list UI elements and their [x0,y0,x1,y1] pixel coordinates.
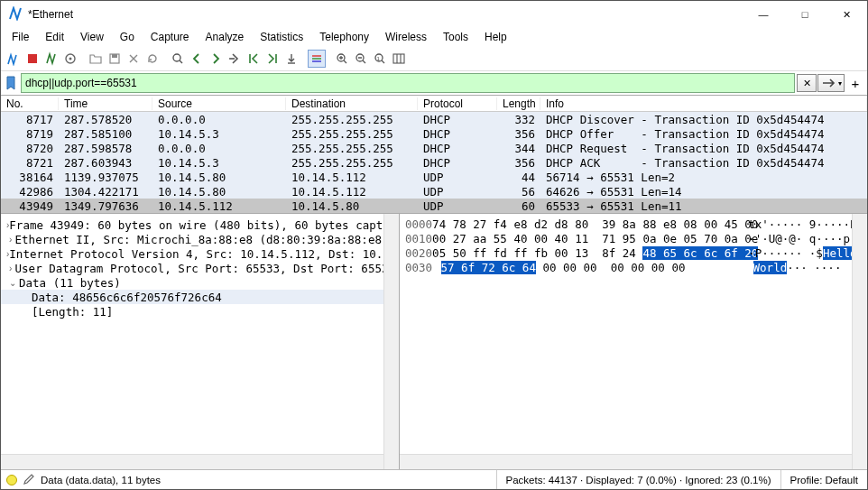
zoom-out-icon[interactable] [352,50,370,68]
col-length[interactable]: Length [497,97,540,110]
menu-help[interactable]: Help [477,29,514,45]
packet-details-pane[interactable]: ›Frame 43949: 60 bytes on wire (480 bits… [1,214,400,469]
filter-bar: ✕ ▾ + [1,71,867,95]
scrollbar-vertical[interactable] [852,214,867,469]
close-button[interactable]: ✕ [826,1,867,28]
hex-row[interactable]: 000074 78 27 f4 e8 d2 d8 80 39 8a 88 e8 … [405,217,862,232]
auto-scroll-icon[interactable] [282,50,300,68]
packet-row[interactable]: 429861304.42217110.14.5.8010.14.5.112UDP… [1,184,867,199]
detail-data[interactable]: ⌄Data (11 bytes) [1,275,399,290]
col-info[interactable]: Info [540,97,867,110]
resize-columns-icon[interactable] [390,50,408,68]
col-protocol[interactable]: Protocol [418,97,497,110]
packet-row[interactable]: 8720287.5985780.0.0.0255.255.255.255DHCP… [1,141,867,155]
collapse-icon[interactable]: ⌄ [6,278,19,288]
hex-row[interactable]: 003057 6f 72 6c 64 00 00 00 00 00 00 00W… [405,261,862,275]
svg-point-5 [173,54,180,61]
status-packet-counts: Packets: 44137 · Displayed: 7 (0.0%) · I… [496,470,780,489]
go-to-packet-icon[interactable] [226,50,244,68]
scrollbar-vertical[interactable] [383,214,399,469]
col-time[interactable]: Time [59,97,152,110]
col-source[interactable]: Source [152,97,286,110]
status-field-info: Data (data.data), 11 bytes [41,475,161,485]
app-icon [8,6,23,23]
svg-rect-4 [112,54,117,58]
packet-row[interactable]: 8721287.60394310.14.5.3255.255.255.255DH… [1,155,867,170]
menu-view[interactable]: View [73,29,111,45]
detail-data-hex[interactable]: Data: 48656c6c6f20576f726c64 [1,290,399,304]
stop-capture-icon[interactable] [23,50,42,68]
go-last-icon[interactable] [263,50,282,68]
scrollbar-horizontal[interactable] [1,454,383,469]
edit-icon[interactable] [23,473,35,487]
start-capture-icon[interactable] [5,50,23,68]
find-packet-icon[interactable] [169,50,187,68]
go-forward-icon[interactable] [207,50,225,68]
expand-icon[interactable]: › [6,235,15,245]
svg-point-2 [69,57,72,60]
svg-text:1: 1 [377,55,381,60]
colorize-icon[interactable] [308,50,326,68]
minimize-button[interactable]: — [743,1,784,28]
menu-wireless[interactable]: Wireless [378,29,434,45]
packet-row[interactable]: 381641139.93707510.14.5.8010.14.5.112UDP… [1,170,867,184]
menu-go[interactable]: Go [113,29,142,45]
restart-capture-icon[interactable] [42,50,60,68]
status-profile[interactable]: Profile: Default [780,470,867,489]
col-no[interactable]: No. [1,97,59,110]
toolbar: 1 [1,46,867,71]
reload-icon[interactable] [143,50,162,68]
detail-ip[interactable]: ›Internet Protocol Version 4, Src: 10.14… [1,246,399,261]
save-file-icon[interactable] [106,50,124,68]
window-title: *Ethernet [28,8,743,21]
packet-row[interactable]: 8717287.5785200.0.0.0255.255.255.255DHCP… [1,112,867,126]
open-file-icon[interactable] [87,50,105,68]
bookmark-icon[interactable] [3,74,19,92]
col-destination[interactable]: Destination [286,97,418,110]
menu-file[interactable]: File [5,29,36,45]
zoom-reset-icon[interactable]: 1 [371,50,389,68]
svg-rect-0 [28,54,37,63]
detail-ethernet[interactable]: ›Ethernet II, Src: Microchi_8a:88:e8 (d8… [1,232,399,246]
menu-tools[interactable]: Tools [436,29,476,45]
apply-filter-button[interactable]: ▾ [817,74,845,92]
menu-telephony[interactable]: Telephony [312,29,376,45]
menu-edit[interactable]: Edit [38,29,71,45]
menu-capture[interactable]: Capture [143,29,197,45]
detail-frame[interactable]: ›Frame 43949: 60 bytes on wire (480 bits… [1,217,399,232]
add-filter-button[interactable]: + [845,74,865,92]
menu-analyze[interactable]: Analyze [199,29,252,45]
hex-row[interactable]: 002005 50 ff fd ff fb 00 13 8f 24 48 65 … [405,246,862,261]
statusbar: Data (data.data), 11 bytes Packets: 4413… [1,469,867,489]
hex-row[interactable]: 001000 27 aa 55 40 00 40 11 71 95 0a 0e … [405,232,862,246]
svg-rect-8 [312,60,321,62]
go-back-icon[interactable] [188,50,206,68]
packet-bytes-pane[interactable]: 000074 78 27 f4 e8 d2 d8 80 39 8a 88 e8 … [400,214,867,469]
maximize-button[interactable]: □ [784,1,826,28]
close-file-icon[interactable] [125,50,143,68]
packet-row[interactable]: 8719287.58510010.14.5.3255.255.255.255DH… [1,126,867,141]
detail-udp[interactable]: ›User Datagram Protocol, Src Port: 65533… [1,261,399,275]
titlebar: *Ethernet — □ ✕ [1,1,867,28]
capture-options-icon[interactable] [61,50,79,68]
zoom-in-icon[interactable] [333,50,351,68]
packet-list[interactable]: No. Time Source Destination Protocol Len… [1,95,867,214]
expert-info-icon[interactable] [6,475,17,485]
go-first-icon[interactable] [245,50,263,68]
packet-list-header[interactable]: No. Time Source Destination Protocol Len… [1,96,867,112]
packet-row[interactable]: 439491349.79763610.14.5.11210.14.5.80UDP… [1,199,867,213]
expand-icon[interactable]: › [6,263,15,273]
detail-data-length[interactable]: [Length: 11] [1,304,399,319]
display-filter-input[interactable] [21,73,795,93]
menubar: File Edit View Go Capture Analyze Statis… [1,28,867,46]
svg-rect-13 [393,54,404,63]
scrollbar-horizontal[interactable] [400,454,852,469]
svg-rect-7 [312,58,321,60]
menu-statistics[interactable]: Statistics [253,29,310,45]
clear-filter-button[interactable]: ✕ [797,74,817,92]
svg-rect-6 [312,55,321,57]
